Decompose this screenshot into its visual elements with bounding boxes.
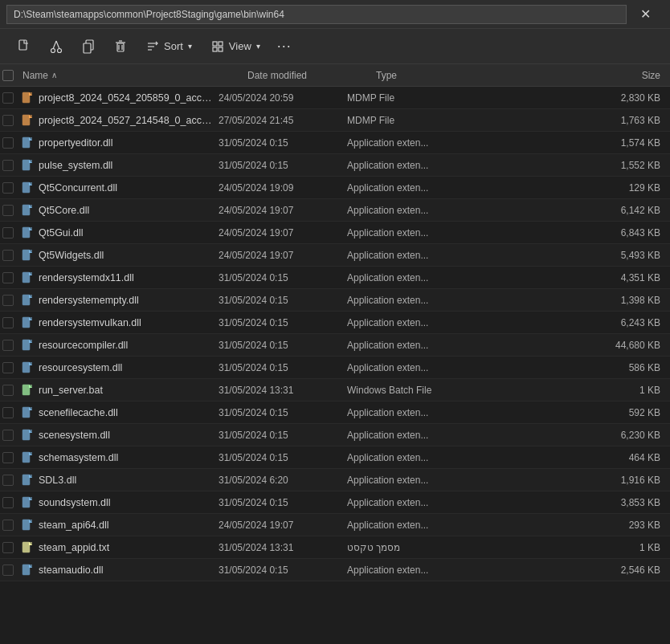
table-row[interactable]: pulse_system.dll 31/05/2024 0:15 Applica… [0, 154, 670, 177]
row-checkbox[interactable] [0, 250, 16, 261]
row-checkbox[interactable] [0, 182, 16, 194]
row-checkbox[interactable] [0, 475, 16, 486]
row-checkbox[interactable] [0, 520, 16, 531]
row-checkbox[interactable] [0, 362, 16, 373]
new-item-button[interactable] [10, 34, 39, 59]
file-size: 1,398 KB [469, 295, 670, 306]
header-checkbox[interactable] [0, 70, 16, 81]
file-date: 24/05/2024 20:59 [212, 92, 341, 104]
file-type: Application exten... [341, 250, 469, 261]
row-checkbox[interactable] [0, 497, 16, 508]
row-checkbox[interactable] [0, 340, 16, 351]
file-size: 1 KB [469, 385, 670, 396]
view-chevron-icon: ▾ [256, 42, 260, 51]
svg-rect-25 [22, 160, 30, 170]
table-row[interactable]: resourcecompiler.dll 31/05/2024 0:15 App… [0, 334, 670, 357]
svg-rect-55 [22, 497, 30, 507]
table-row[interactable]: project8_2024_0527_214548_0_accessvi... … [0, 109, 670, 132]
row-checkbox[interactable] [0, 430, 16, 441]
file-name: project8_2024_0524_205859_0_accessvi... [39, 92, 212, 104]
table-row[interactable]: Qt5Core.dll 24/05/2024 19:07 Application… [0, 199, 670, 222]
table-row[interactable]: Qt5Concurrent.dll 24/05/2024 19:09 Appli… [0, 177, 670, 199]
toolbar: Sort ▾ View ▾ ··· [0, 29, 670, 64]
file-size: 4,351 KB [469, 272, 670, 283]
row-checkbox[interactable] [0, 385, 16, 396]
address-bar[interactable] [6, 5, 627, 24]
svg-rect-22 [29, 115, 32, 118]
column-header-size[interactable]: Size [505, 70, 670, 81]
table-row[interactable]: resourcesystem.dll 31/05/2024 0:15 Appli… [0, 357, 670, 379]
row-checkbox[interactable] [0, 227, 16, 238]
column-header-date[interactable]: Date modified [247, 70, 370, 81]
table-row[interactable]: steamaudio.dll 31/05/2024 0:15 Applicati… [0, 559, 670, 581]
file-icon [16, 181, 39, 194]
row-checkbox[interactable] [0, 407, 16, 418]
svg-rect-32 [29, 227, 32, 230]
sort-chevron-icon: ▾ [188, 42, 192, 51]
file-date: 31/05/2024 0:15 [212, 137, 341, 149]
file-type: Application exten... [341, 430, 469, 441]
more-options-button[interactable]: ··· [272, 34, 297, 59]
row-checkbox[interactable] [0, 565, 16, 576]
svg-rect-33 [22, 250, 30, 260]
table-row[interactable]: rendersystemdx11.dll 31/05/2024 0:15 App… [0, 267, 670, 289]
sort-button[interactable]: Sort ▾ [138, 34, 200, 59]
file-list-header: Name ∧ Date modified Type Size [0, 64, 670, 87]
table-row[interactable]: Qt5Gui.dll 24/05/2024 19:07 Application … [0, 222, 670, 244]
close-button[interactable]: ✕ [627, 0, 664, 29]
file-date: 31/05/2024 0:15 [212, 295, 341, 306]
table-row[interactable]: run_server.bat 31/05/2024 13:31 Windows … [0, 379, 670, 401]
row-checkbox[interactable] [0, 272, 16, 283]
svg-rect-24 [29, 137, 32, 141]
copy-button[interactable] [74, 34, 103, 59]
file-icon [16, 294, 39, 307]
delete-button[interactable] [106, 34, 135, 59]
column-header-name[interactable]: Name ∧ [22, 70, 57, 81]
file-type: Application exten... [341, 205, 469, 216]
file-size: 1,552 KB [469, 160, 670, 171]
svg-rect-7 [117, 43, 124, 51]
row-checkbox[interactable] [0, 452, 16, 463]
table-row[interactable]: scenefilecache.dll 31/05/2024 0:15 Appli… [0, 401, 670, 424]
row-checkbox[interactable] [0, 92, 16, 104]
file-name: Qt5Concurrent.dll [39, 182, 212, 194]
file-name: schemasystem.dll [39, 452, 212, 463]
table-row[interactable]: rendersystemempty.dll 31/05/2024 0:15 Ap… [0, 289, 670, 312]
file-type: Application exten... [341, 182, 469, 194]
file-size: 1,763 KB [469, 115, 670, 126]
row-checkbox[interactable] [0, 137, 16, 149]
table-row[interactable]: soundsystem.dll 31/05/2024 0:15 Applicat… [0, 491, 670, 514]
table-row[interactable]: steam_api64.dll 24/05/2024 19:07 Applica… [0, 514, 670, 536]
row-checkbox[interactable] [0, 295, 16, 306]
table-row[interactable]: rendersystemvulkan.dll 31/05/2024 0:15 A… [0, 312, 670, 334]
table-row[interactable]: steam_appid.txt 31/05/2024 13:31 מסמך טק… [0, 536, 670, 559]
file-name: Qt5Gui.dll [39, 227, 212, 238]
svg-rect-52 [29, 452, 32, 455]
svg-rect-60 [29, 542, 32, 545]
file-name: Qt5Widgets.dll [39, 250, 212, 261]
file-name: propertyeditor.dll [39, 137, 212, 149]
file-date: 31/05/2024 0:15 [212, 160, 341, 171]
file-size: 5,493 KB [469, 250, 670, 261]
table-row[interactable]: propertyeditor.dll 31/05/2024 0:15 Appli… [0, 132, 670, 154]
row-checkbox[interactable] [0, 160, 16, 171]
file-type: Application exten... [341, 317, 469, 328]
row-checkbox[interactable] [0, 317, 16, 328]
cut-button[interactable] [42, 34, 71, 59]
table-row[interactable]: project8_2024_0524_205859_0_accessvi... … [0, 87, 670, 109]
table-row[interactable]: schemasystem.dll 31/05/2024 0:15 Applica… [0, 446, 670, 469]
table-row[interactable]: SDL3.dll 31/05/2024 6:20 Application ext… [0, 469, 670, 491]
select-all-checkbox[interactable] [2, 70, 14, 81]
row-checkbox[interactable] [0, 205, 16, 216]
table-row[interactable]: scenesystem.dll 31/05/2024 0:15 Applicat… [0, 424, 670, 446]
table-row[interactable]: Qt5Widgets.dll 24/05/2024 19:07 Applicat… [0, 244, 670, 267]
svg-line-3 [53, 41, 56, 49]
file-type: Application exten... [341, 520, 469, 531]
svg-rect-23 [22, 137, 30, 148]
row-checkbox[interactable] [0, 542, 16, 553]
row-checkbox[interactable] [0, 115, 16, 126]
svg-point-2 [58, 48, 62, 52]
column-header-type[interactable]: Type [376, 70, 498, 81]
view-button[interactable]: View ▾ [203, 34, 268, 59]
file-size: 592 KB [469, 407, 670, 418]
